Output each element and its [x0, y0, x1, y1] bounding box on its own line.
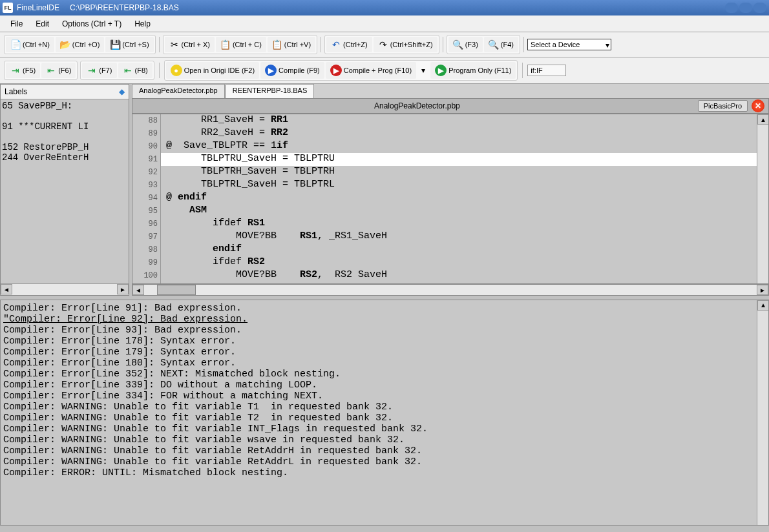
f8-icon: ⇤ — [123, 65, 133, 76]
f5-button[interactable]: ⇥(F5) — [6, 63, 40, 78]
label-line[interactable]: 65 SavePBP_H: — [2, 101, 127, 111]
maximize-button[interactable] — [739, 3, 752, 13]
labels-list[interactable]: 65 SavePBP_H: 91 ***CURRENT LI 152 Resto… — [1, 99, 129, 283]
output-line[interactable]: Compiler: WARNING: Unable to fit variabl… — [3, 424, 766, 435]
save-disk-icon: 💾 — [110, 39, 120, 50]
gutter-line: 99 — [132, 256, 158, 269]
redo-button[interactable]: ↷(Ctrl+Shift+Z) — [374, 37, 437, 52]
code-line[interactable]: RR2_SaveH = RR2 — [161, 127, 757, 140]
output-line[interactable]: Compiler: Error[Line 352]: NEXT: Mismatc… — [3, 369, 766, 380]
code-line[interactable]: endif — [161, 243, 757, 256]
hscroll-thumb[interactable] — [157, 285, 196, 295]
output-line[interactable]: Compiler: Error[Line 334]: FOR without a… — [3, 391, 766, 402]
f7-icon: ⇥ — [87, 65, 97, 76]
chevron-down-icon: ▾ — [606, 41, 609, 50]
output-line[interactable]: Compiler: WARNING: Unable to fit variabl… — [3, 402, 766, 413]
undo-icon: ↶ — [331, 39, 341, 50]
output-line[interactable]: Compiler: WARNING: Unable to fit variabl… — [3, 435, 766, 445]
code-line[interactable]: TBLPTRL_SaveH = TBLPTRL — [161, 179, 757, 192]
copy-button[interactable]: 📋(Ctrl + C) — [216, 37, 266, 52]
gutter-line: 98 — [132, 243, 158, 256]
output-line[interactable]: Compiler: Error[Line 178]: Syntax error. — [3, 336, 766, 347]
picbasic-button[interactable]: PicBasicPro — [698, 100, 748, 112]
output-line[interactable]: Compiler: WARNING: Unable to fit variabl… — [3, 413, 766, 424]
scroll-up-icon[interactable]: ▲ — [757, 114, 769, 125]
gutter-line: 93 — [132, 179, 158, 192]
labels-header[interactable]: Labels ◆ — [1, 85, 129, 99]
output-line[interactable]: Compiler: ERROR: UNTIL: Mismatched block… — [3, 467, 766, 478]
output-line[interactable]: Compiler: Error[Line 179]: Syntax error. — [3, 347, 766, 358]
output-line[interactable]: "Compiler: Error[Line 92]: Bad expressio… — [3, 314, 766, 325]
editor-vscroll[interactable]: ▲ — [757, 114, 768, 283]
labels-header-text: Labels — [5, 87, 27, 96]
compile-prog-button[interactable]: ▶Compile + Prog (F10) — [326, 62, 416, 79]
output-scroll-up-icon[interactable]: ▲ — [757, 300, 769, 311]
close-tab-button[interactable]: ✕ — [752, 99, 764, 112]
output-line[interactable]: Compiler: Error[Line 180]: Syntax error. — [3, 358, 766, 369]
output-panel[interactable]: Compiler: Error[Line 91]: Bad expression… — [0, 300, 769, 526]
code-area[interactable]: RR1_SaveH = RR1 RR2_SaveH = RR2@ Save_TB… — [161, 114, 757, 283]
f7-button[interactable]: ⇥(F7) — [82, 63, 116, 78]
redo-icon: ↷ — [378, 39, 388, 50]
output-line[interactable]: Compiler: WARNING: Unable to fit variabl… — [3, 456, 766, 467]
new-file-icon: 📄 — [10, 39, 21, 50]
scroll-right-icon[interactable]: ► — [117, 284, 129, 294]
code-line[interactable]: ASM — [161, 205, 757, 218]
label-line[interactable] — [2, 132, 127, 142]
output-line[interactable]: Compiler: WARNING: Unable to fit variabl… — [3, 445, 766, 456]
paste-button[interactable]: 📋(Ctrl +V) — [268, 37, 315, 52]
code-line[interactable]: @ endif — [161, 192, 757, 205]
minimize-button[interactable] — [725, 3, 738, 13]
save-button[interactable]: 💾(Ctrl +S) — [105, 37, 153, 52]
code-line[interactable]: ifdef RS2 — [161, 256, 757, 269]
close-window-button[interactable] — [753, 3, 766, 13]
open-ide-icon: ● — [171, 65, 182, 76]
tab-reenter[interactable]: REENTERPBP-18.BAS — [226, 84, 315, 98]
find-button[interactable]: 🔍(F3) — [448, 37, 483, 52]
code-line[interactable]: MOVE?BB RS2, RS2 SaveH — [161, 269, 757, 282]
find-next-button[interactable]: 🔍(F4) — [484, 37, 518, 52]
labels-panel: Labels ◆ 65 SavePBP_H: 91 ***CURRENT LI … — [0, 84, 129, 296]
tab-analog[interactable]: AnalogPeakDetector.pbp — [132, 84, 225, 98]
open-button[interactable]: 📂(Ctrl +O) — [56, 37, 104, 52]
scroll-left-icon[interactable]: ◄ — [1, 284, 12, 294]
output-line[interactable]: Compiler: Error[Line 91]: Bad expression… — [3, 303, 766, 314]
indent-left-icon: ⇥ — [10, 65, 21, 76]
output-vscroll[interactable]: ▲ — [757, 300, 768, 525]
undo-button[interactable]: ↶(Ctrl+Z) — [326, 37, 372, 52]
code-line[interactable]: ifdef RS1 — [161, 218, 757, 230]
label-line[interactable]: 91 ***CURRENT LI — [2, 121, 127, 132]
code-line[interactable]: MOVE?BB RS1, _RS1_SaveH — [161, 230, 757, 243]
output-line[interactable]: Compiler: Error[Line 93]: Bad expression… — [3, 325, 766, 336]
if-box[interactable]: if:IF — [527, 65, 566, 76]
gutter-line: 90 — [132, 140, 158, 153]
menu-file[interactable]: File — [4, 17, 29, 31]
editor-header: AnalogPeakDetector.pbp PicBasicPro ✕ — [132, 98, 769, 114]
gutter-line: 88 — [132, 114, 158, 127]
menu-options[interactable]: Options (Ctrl + T) — [56, 17, 128, 31]
device-select[interactable]: Select a Device ▾ — [527, 39, 611, 50]
label-line[interactable]: 152 RestorePBP_H — [2, 142, 127, 152]
new-button[interactable]: 📄(Ctrl +N) — [6, 37, 54, 52]
label-line[interactable]: 244 OverReEnterH — [2, 152, 127, 163]
tabs-row: AnalogPeakDetector.pbp REENTERPBP-18.BAS — [132, 84, 769, 98]
editor-hscroll[interactable]: ◄ ► — [132, 284, 769, 296]
labels-hscroll[interactable]: ◄ ► — [1, 283, 129, 295]
code-line[interactable]: @ Save_TBLPTR == 1if — [161, 140, 757, 153]
menu-help[interactable]: Help — [128, 17, 157, 31]
program-only-button[interactable]: ▶Program Only (F11) — [430, 62, 516, 79]
f8-button[interactable]: ⇤(F8) — [118, 63, 153, 78]
label-line[interactable] — [2, 111, 127, 121]
menu-edit[interactable]: Edit — [29, 17, 56, 31]
code-line[interactable]: TBLPTRU_SaveH = TBLPTRU — [161, 153, 757, 166]
f6-button[interactable]: ⇤(F6) — [41, 63, 76, 78]
editor-scroll-left-icon[interactable]: ◄ — [132, 285, 144, 295]
output-line[interactable]: Compiler: Error[Line 339]: DO without a … — [3, 380, 766, 391]
code-line[interactable]: RR1_SaveH = RR1 — [161, 114, 757, 127]
editor-scroll-right-icon[interactable]: ► — [757, 285, 768, 295]
compile-button[interactable]: ▶Compile (F9) — [260, 62, 324, 79]
code-line[interactable]: TBLPTRH_SaveH = TBLPTRH — [161, 166, 757, 179]
cut-button[interactable]: ✂(Ctrl + X) — [165, 37, 215, 52]
dropdown-arrow-icon[interactable]: ▾ — [417, 66, 429, 75]
open-ide-button[interactable]: ●Open in Origi IDE (F2) — [166, 62, 259, 79]
